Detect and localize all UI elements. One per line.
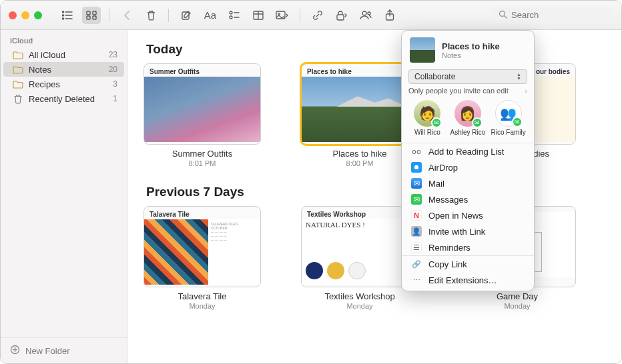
messages-badge-icon: ✉︎ — [431, 117, 442, 128]
format-button[interactable]: Aa — [201, 7, 220, 24]
sidebar-item-all-icloud[interactable]: All iCloud 23 — [3, 47, 124, 62]
svg-point-19 — [278, 13, 280, 15]
person-name: Will Rico — [414, 129, 440, 136]
suggested-people-row: 🧑✉︎ Will Rico 👩✉︎ Ashley Rico 👥✉︎ Rico F… — [402, 99, 534, 143]
person-name: Rico Family — [491, 129, 526, 136]
link-icon: 🔗 — [411, 259, 422, 269]
toolbar-separator — [168, 9, 169, 22]
toolbar-separator — [300, 9, 300, 22]
chevron-updown-icon: ▲▼ — [517, 73, 521, 81]
grid-today: Summer Outfits Summer Outfits 8:01 PM Pl… — [143, 63, 605, 167]
note-card-summer-outfits[interactable]: Summer Outfits Summer Outfits 8:01 PM — [143, 63, 261, 167]
delete-button[interactable] — [141, 7, 160, 24]
menu-item-label: Add to Reading List — [428, 147, 504, 157]
popover-header: Places to hike Notes — [402, 31, 534, 69]
menu-item-label: Messages — [428, 195, 468, 205]
svg-rect-6 — [87, 11, 90, 15]
menu-item-label: Mail — [428, 179, 444, 189]
back-button[interactable] — [117, 7, 136, 24]
popover-title: Places to hike — [442, 41, 500, 51]
sidebar-item-recipes[interactable]: Recipes 3 — [3, 77, 124, 91]
share-mode-select[interactable]: Collaborate ▲▼ — [408, 69, 527, 84]
table-button[interactable] — [249, 7, 268, 24]
thumb-title: Talavera Tile — [144, 207, 260, 219]
avatar: 🧑✉︎ — [414, 100, 440, 127]
toolbar-separator — [109, 9, 109, 22]
card-time: Monday — [458, 302, 576, 310]
sidebar-item-count: 23 — [109, 50, 117, 59]
thumb-art — [144, 77, 260, 142]
sidebar-item-label: Recipes — [29, 79, 60, 89]
permission-row[interactable]: Only people you invite can edit › — [408, 87, 527, 95]
popover-subtitle: Notes — [442, 51, 500, 59]
share-popover: Places to hike Notes Collaborate ▲▼ Only… — [401, 30, 535, 291]
reading-list-icon: օօ — [411, 146, 422, 157]
sidebar-item-count: 1 — [113, 94, 117, 103]
minimize-window-button[interactable] — [21, 11, 29, 19]
messages-badge-icon: ✉︎ — [472, 117, 483, 128]
svg-point-24 — [500, 11, 505, 16]
grid-view-button[interactable] — [82, 7, 101, 24]
search-input[interactable] — [511, 10, 608, 20]
folder-icon — [13, 79, 23, 89]
person-will-rico[interactable]: 🧑✉︎ Will Rico — [408, 100, 446, 136]
svg-rect-7 — [93, 11, 96, 15]
folder-icon — [13, 49, 23, 60]
person-ashley-rico[interactable]: 👩✉︎ Ashley Rico — [449, 100, 487, 136]
action-edit-extensions[interactable]: ⋯Edit Extensions… — [402, 272, 534, 291]
main-content: Today Summer Outfits Summer Outfits 8:01… — [127, 30, 621, 363]
sidebar-item-label: Recently Deleted — [29, 94, 95, 104]
svg-rect-9 — [93, 16, 96, 19]
share-target-reminders[interactable]: ☰Reminders — [402, 239, 534, 255]
menu-item-label: AirDrop — [428, 163, 458, 173]
card-time: Monday — [301, 302, 418, 310]
messages-badge-icon: ✉︎ — [512, 117, 523, 127]
card-title: Textiles Workshop — [301, 291, 418, 301]
lock-button[interactable] — [332, 7, 351, 24]
close-window-button[interactable] — [9, 11, 17, 19]
share-target-reading-list[interactable]: օօAdd to Reading List — [402, 143, 534, 159]
menu-item-label: Edit Extensions… — [428, 275, 497, 285]
person-rico-family[interactable]: 👥✉︎ Rico Family — [490, 100, 527, 136]
popover-note-thumb — [410, 37, 435, 63]
thumb-title: Textiles Workshop — [302, 207, 418, 219]
reminders-icon: ☰ — [411, 242, 422, 253]
sidebar-item-notes[interactable]: Notes 20 — [3, 62, 124, 77]
checklist-button[interactable] — [225, 7, 244, 24]
share-target-invite-link[interactable]: 👤Invite with Link — [402, 223, 534, 239]
chevron-right-icon: › — [525, 87, 527, 95]
menu-item-label: Open in News — [428, 211, 483, 221]
maximize-window-button[interactable] — [34, 11, 42, 19]
share-button[interactable] — [380, 7, 399, 24]
share-target-mail[interactable]: ✉︎Mail — [402, 175, 534, 191]
menu-item-label: Invite with Link — [428, 227, 485, 237]
svg-point-3 — [63, 11, 64, 13]
compose-button[interactable] — [177, 7, 196, 24]
collaborate-button[interactable] — [356, 7, 375, 24]
new-folder-button[interactable]: New Folder — [1, 337, 127, 363]
thumb-title: Places to hike — [302, 64, 418, 77]
extensions-icon: ⋯ — [411, 275, 422, 285]
menu-item-label: Copy Link — [428, 259, 467, 269]
share-target-news[interactable]: NOpen in News — [402, 207, 534, 223]
share-target-airdrop[interactable]: AirDrop — [402, 159, 534, 175]
note-card-talavera-tile[interactable]: Talavera Tile TALAVERA TILESOCTOBER— — —… — [143, 206, 261, 310]
svg-rect-8 — [87, 16, 90, 19]
invite-link-icon: 👤 — [411, 226, 422, 237]
share-target-messages[interactable]: ✉︎Messages — [402, 191, 534, 207]
list-view-button[interactable] — [58, 7, 77, 24]
search-field-container — [493, 7, 613, 24]
permission-label: Only people you invite can edit — [408, 87, 509, 95]
messages-icon: ✉︎ — [411, 194, 422, 205]
svg-point-4 — [63, 15, 64, 16]
trash-icon — [13, 93, 23, 104]
avatar: 👥✉︎ — [495, 100, 522, 127]
section-title-today: Today — [146, 42, 605, 57]
link-button[interactable] — [308, 7, 327, 24]
window-toolbar: Aa — [1, 1, 621, 30]
action-copy-link[interactable]: 🔗Copy Link — [402, 256, 534, 272]
card-time: 8:01 PM — [143, 159, 261, 167]
sidebar-item-recently-deleted[interactable]: Recently Deleted 1 — [3, 91, 124, 106]
media-button[interactable] — [273, 7, 292, 24]
svg-point-11 — [230, 11, 232, 14]
